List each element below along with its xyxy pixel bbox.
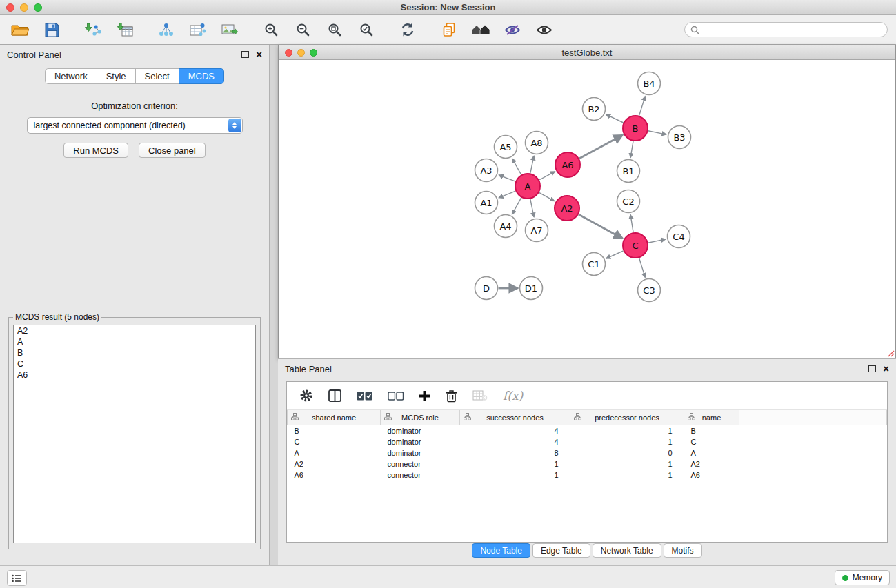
network-node-C4[interactable]: C4 (668, 225, 690, 248)
delete-table-button[interactable] (472, 390, 488, 401)
zoom-out-button[interactable] (291, 19, 315, 41)
network-edge-A-A8[interactable] (530, 156, 534, 173)
mcds-result-item[interactable]: A2 (14, 325, 255, 336)
network-node-D1[interactable]: D1 (520, 277, 543, 300)
network-node-A8[interactable]: A8 (526, 132, 548, 154)
resize-handle-icon[interactable] (886, 349, 895, 357)
network-node-D[interactable]: D (475, 277, 498, 300)
network-node-A3[interactable]: A3 (475, 159, 498, 182)
memory-button[interactable]: Memory (835, 570, 890, 585)
delete-row-button[interactable] (446, 389, 457, 403)
table-row[interactable]: A2connector11A2 (288, 458, 887, 469)
tab-node-table[interactable]: Node Table (472, 543, 530, 558)
toolbar-search-field[interactable] (684, 22, 888, 37)
column-header-name[interactable]: name (684, 410, 739, 425)
network-node-A[interactable]: A (515, 174, 540, 199)
close-panel-button[interactable]: Close panel (139, 143, 206, 158)
criterion-dropdown[interactable]: largest connected component (directed) (27, 117, 243, 134)
network-node-B3[interactable]: B3 (668, 126, 691, 149)
tab-style[interactable]: Style (97, 68, 136, 84)
export-image-button[interactable] (218, 19, 241, 41)
new-network-button[interactable] (155, 19, 178, 41)
add-row-button[interactable] (419, 390, 430, 402)
network-node-A1[interactable]: A1 (475, 192, 498, 214)
apply-layout-button[interactable] (396, 19, 419, 41)
table-row[interactable]: A6connector11A6 (288, 469, 887, 480)
function-builder-button[interactable]: f(x) (503, 389, 523, 403)
network-edge-B-B2[interactable] (606, 114, 624, 123)
table-row[interactable]: Adominator80A (288, 447, 887, 458)
network-edge-C-C2[interactable] (630, 214, 633, 232)
mcds-result-item[interactable]: A6 (14, 369, 255, 381)
network-edge-A-A2[interactable] (539, 192, 555, 201)
svg-text:B1: B1 (622, 166, 634, 176)
network-node-C2[interactable]: C2 (617, 190, 640, 213)
network-node-C[interactable]: C (623, 233, 648, 258)
first-neighbors-button[interactable] (469, 19, 492, 41)
tab-network[interactable]: Network (45, 68, 97, 84)
table-row[interactable]: Cdominator41C (288, 436, 887, 447)
tab-edge-table[interactable]: Edge Table (532, 543, 590, 558)
column-header-successor-nodes[interactable]: successor nodes (460, 410, 570, 425)
task-history-button[interactable] (7, 570, 27, 586)
open-session-button[interactable] (8, 19, 32, 41)
network-node-B2[interactable]: B2 (583, 98, 606, 121)
mcds-result-item[interactable]: C (14, 358, 255, 369)
float-panel-icon[interactable] (241, 51, 249, 58)
network-node-A7[interactable]: A7 (526, 219, 548, 242)
select-all-button[interactable] (357, 392, 372, 401)
network-edge-A-A1[interactable] (499, 191, 515, 198)
network-node-A6[interactable]: A6 (555, 152, 580, 177)
network-node-A2[interactable]: A2 (555, 196, 579, 221)
tab-select[interactable]: Select (135, 68, 179, 84)
table-row[interactable]: Bdominator41B (288, 425, 887, 437)
network-edge-A-A3[interactable] (499, 175, 515, 181)
network-edge-B-B4[interactable] (639, 97, 646, 116)
tab-motifs[interactable]: Motifs (664, 543, 702, 558)
close-panel-icon[interactable]: × (256, 50, 262, 58)
copy-documents-button[interactable] (437, 19, 461, 41)
network-node-A4[interactable]: A4 (495, 215, 517, 238)
network-node-C3[interactable]: C3 (638, 279, 661, 302)
table-settings-button[interactable] (299, 389, 313, 403)
network-node-B4[interactable]: B4 (638, 72, 661, 95)
network-node-A5[interactable]: A5 (495, 136, 517, 159)
network-edge-A-A5[interactable] (512, 159, 521, 174)
network-edge-A2-C[interactable] (579, 214, 623, 239)
network-edge-C-C4[interactable] (648, 239, 666, 243)
network-edge-B-B1[interactable] (630, 141, 633, 158)
network-node-C1[interactable]: C1 (583, 253, 606, 276)
hide-elements-button[interactable] (501, 19, 524, 41)
column-header-predecessor-nodes[interactable]: predecessor nodes (570, 410, 684, 425)
mcds-result-item[interactable]: A (14, 336, 255, 347)
tab-network-table[interactable]: Network Table (593, 543, 661, 558)
tab-mcds[interactable]: MCDS (179, 68, 224, 84)
zoom-in-button[interactable] (259, 19, 283, 41)
network-edge-B-B3[interactable] (648, 131, 666, 134)
network-node-B1[interactable]: B1 (617, 160, 640, 183)
mcds-result-item[interactable]: B (14, 347, 255, 358)
network-table-button[interactable] (186, 19, 210, 41)
float-table-panel-icon[interactable] (868, 365, 876, 372)
network-edge-A-A4[interactable] (512, 198, 521, 214)
network-edge-A-A7[interactable] (530, 199, 534, 217)
import-table-button[interactable] (113, 19, 137, 41)
network-canvas[interactable]: B4B2BB3A5A8A6A3B1AC2A1A2A4A7C4CC1DD1C3 (279, 60, 895, 358)
network-edge-C-C3[interactable] (639, 258, 646, 277)
save-session-button[interactable] (40, 19, 63, 41)
deselect-all-button[interactable] (388, 392, 404, 401)
network-node-B[interactable]: B (623, 116, 648, 141)
run-mcds-button[interactable]: Run MCDS (63, 143, 128, 158)
zoom-fit-button[interactable] (323, 19, 346, 41)
network-edge-C-C1[interactable] (606, 251, 624, 258)
search-input[interactable] (703, 24, 882, 35)
network-edge-A6-B[interactable] (579, 135, 623, 159)
close-table-panel-icon[interactable]: × (883, 365, 889, 372)
column-header-shared-name[interactable]: shared name (288, 410, 381, 425)
column-header-MCDS-role[interactable]: MCDS role (381, 410, 460, 425)
import-network-button[interactable] (81, 19, 105, 41)
zoom-selected-button[interactable] (355, 19, 378, 41)
show-elements-button[interactable] (532, 19, 556, 41)
column-browser-button[interactable] (328, 389, 341, 402)
network-edge-A-A6[interactable] (539, 172, 555, 180)
